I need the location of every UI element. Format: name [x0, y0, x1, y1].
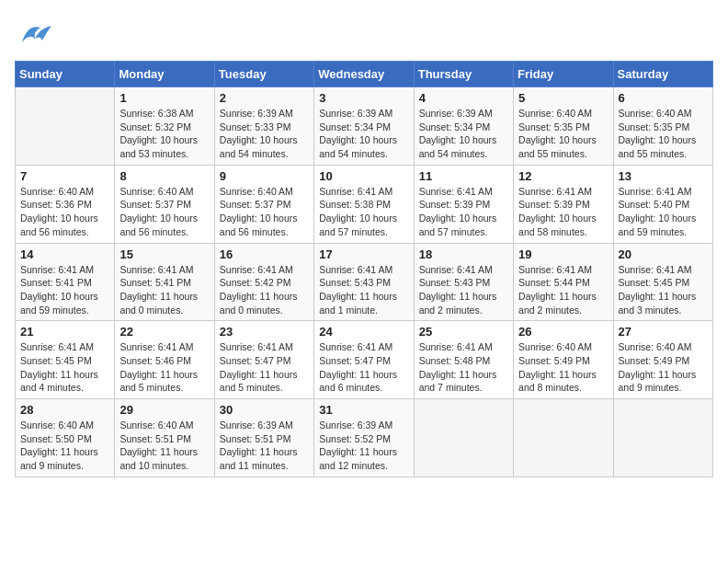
day-info: Sunrise: 6:39 AM Sunset: 5:34 PM Dayligh… — [319, 107, 408, 161]
day-info: Sunrise: 6:40 AM Sunset: 5:35 PM Dayligh… — [619, 107, 708, 161]
day-number: 25 — [419, 325, 508, 339]
day-info: Sunrise: 6:41 AM Sunset: 5:39 PM Dayligh… — [518, 185, 608, 239]
day-info: Sunrise: 6:41 AM Sunset: 5:47 PM Dayligh… — [220, 340, 309, 395]
calendar-week-3: 14Sunrise: 6:41 AM Sunset: 5:41 PM Dayli… — [16, 243, 713, 321]
day-info: Sunrise: 6:41 AM Sunset: 5:45 PM Dayligh… — [20, 340, 109, 395]
calendar-cell: 22Sunrise: 6:41 AM Sunset: 5:46 PM Dayli… — [115, 321, 214, 399]
day-number: 7 — [20, 169, 109, 183]
day-info: Sunrise: 6:41 AM Sunset: 5:39 PM Dayligh… — [419, 185, 508, 239]
calendar-cell: 31Sunrise: 6:39 AM Sunset: 5:52 PM Dayli… — [314, 399, 414, 477]
day-number: 24 — [319, 325, 408, 339]
day-info: Sunrise: 6:40 AM Sunset: 5:49 PM Dayligh… — [518, 340, 608, 395]
calendar-cell: 6Sunrise: 6:40 AM Sunset: 5:35 PM Daylig… — [613, 87, 712, 166]
calendar-cell — [613, 399, 712, 477]
calendar-cell: 2Sunrise: 6:39 AM Sunset: 5:33 PM Daylig… — [214, 87, 313, 166]
day-info: Sunrise: 6:40 AM Sunset: 5:36 PM Dayligh… — [20, 185, 109, 239]
calendar-cell: 5Sunrise: 6:40 AM Sunset: 5:35 PM Daylig… — [514, 87, 613, 166]
day-number: 6 — [619, 91, 708, 105]
day-number: 21 — [20, 325, 109, 339]
day-number: 26 — [518, 325, 608, 339]
day-info: Sunrise: 6:41 AM Sunset: 5:44 PM Dayligh… — [518, 263, 608, 317]
day-number: 8 — [119, 169, 209, 183]
day-number: 15 — [119, 247, 209, 261]
day-number: 17 — [319, 247, 408, 261]
calendar-cell: 26Sunrise: 6:40 AM Sunset: 5:49 PM Dayli… — [514, 321, 613, 399]
calendar-week-1: 1Sunrise: 6:38 AM Sunset: 5:32 PM Daylig… — [16, 87, 713, 166]
calendar-cell: 18Sunrise: 6:41 AM Sunset: 5:43 PM Dayli… — [414, 243, 513, 321]
calendar-cell: 28Sunrise: 6:40 AM Sunset: 5:50 PM Dayli… — [16, 399, 115, 477]
calendar-cell: 15Sunrise: 6:41 AM Sunset: 5:41 PM Dayli… — [115, 243, 214, 321]
calendar-cell: 1Sunrise: 6:38 AM Sunset: 5:32 PM Daylig… — [115, 87, 214, 166]
day-info: Sunrise: 6:41 AM Sunset: 5:41 PM Dayligh… — [20, 263, 109, 317]
calendar-cell: 10Sunrise: 6:41 AM Sunset: 5:38 PM Dayli… — [314, 165, 414, 243]
day-number: 30 — [220, 403, 309, 417]
day-number: 18 — [419, 247, 508, 261]
calendar-cell: 3Sunrise: 6:39 AM Sunset: 5:34 PM Daylig… — [314, 87, 414, 166]
calendar-cell: 13Sunrise: 6:41 AM Sunset: 5:40 PM Dayli… — [613, 165, 712, 243]
calendar-cell: 30Sunrise: 6:39 AM Sunset: 5:51 PM Dayli… — [214, 399, 313, 477]
day-info: Sunrise: 6:41 AM Sunset: 5:43 PM Dayligh… — [319, 263, 408, 317]
day-info: Sunrise: 6:41 AM Sunset: 5:46 PM Dayligh… — [119, 340, 209, 395]
day-number: 10 — [319, 169, 408, 183]
logo-icon — [15, 15, 55, 55]
calendar-cell: 11Sunrise: 6:41 AM Sunset: 5:39 PM Dayli… — [414, 165, 513, 243]
calendar-cell: 27Sunrise: 6:40 AM Sunset: 5:49 PM Dayli… — [613, 321, 712, 399]
calendar-header-monday: Monday — [115, 62, 214, 87]
day-number: 12 — [518, 169, 608, 183]
day-info: Sunrise: 6:40 AM Sunset: 5:35 PM Dayligh… — [518, 107, 608, 161]
day-info: Sunrise: 6:41 AM Sunset: 5:42 PM Dayligh… — [220, 263, 309, 317]
calendar-cell: 24Sunrise: 6:41 AM Sunset: 5:47 PM Dayli… — [314, 321, 414, 399]
calendar-week-4: 21Sunrise: 6:41 AM Sunset: 5:45 PM Dayli… — [16, 321, 713, 399]
calendar-cell: 21Sunrise: 6:41 AM Sunset: 5:45 PM Dayli… — [16, 321, 115, 399]
day-number: 3 — [319, 91, 408, 105]
day-number: 11 — [419, 169, 508, 183]
day-number: 16 — [220, 247, 309, 261]
calendar-header-thursday: Thursday — [414, 62, 513, 87]
calendar-header-wednesday: Wednesday — [314, 62, 414, 87]
day-info: Sunrise: 6:41 AM Sunset: 5:38 PM Dayligh… — [319, 185, 408, 239]
day-number: 9 — [220, 169, 309, 183]
calendar-cell — [514, 399, 613, 477]
calendar-cell: 7Sunrise: 6:40 AM Sunset: 5:36 PM Daylig… — [16, 165, 115, 243]
calendar-cell: 20Sunrise: 6:41 AM Sunset: 5:45 PM Dayli… — [613, 243, 712, 321]
day-number: 2 — [220, 91, 309, 105]
day-info: Sunrise: 6:40 AM Sunset: 5:37 PM Dayligh… — [119, 185, 209, 239]
day-number: 27 — [619, 325, 708, 339]
day-info: Sunrise: 6:41 AM Sunset: 5:40 PM Dayligh… — [619, 185, 708, 239]
calendar-table: SundayMondayTuesdayWednesdayThursdayFrid… — [15, 61, 713, 477]
calendar-week-2: 7Sunrise: 6:40 AM Sunset: 5:36 PM Daylig… — [16, 165, 713, 243]
calendar-cell — [414, 399, 513, 477]
day-number: 31 — [319, 403, 408, 417]
day-number: 19 — [518, 247, 608, 261]
calendar-cell: 29Sunrise: 6:40 AM Sunset: 5:51 PM Dayli… — [115, 399, 214, 477]
day-number: 5 — [518, 91, 608, 105]
day-number: 23 — [220, 325, 309, 339]
day-info: Sunrise: 6:41 AM Sunset: 5:41 PM Dayligh… — [119, 263, 209, 317]
day-info: Sunrise: 6:40 AM Sunset: 5:51 PM Dayligh… — [119, 419, 209, 473]
day-info: Sunrise: 6:41 AM Sunset: 5:43 PM Dayligh… — [419, 263, 508, 317]
calendar-cell: 17Sunrise: 6:41 AM Sunset: 5:43 PM Dayli… — [314, 243, 414, 321]
calendar-cell: 23Sunrise: 6:41 AM Sunset: 5:47 PM Dayli… — [214, 321, 313, 399]
day-number: 29 — [119, 403, 209, 417]
day-number: 22 — [119, 325, 209, 339]
day-info: Sunrise: 6:40 AM Sunset: 5:49 PM Dayligh… — [619, 340, 708, 395]
calendar-week-5: 28Sunrise: 6:40 AM Sunset: 5:50 PM Dayli… — [16, 399, 713, 477]
calendar-header-row: SundayMondayTuesdayWednesdayThursdayFrid… — [16, 62, 713, 87]
day-number: 14 — [20, 247, 109, 261]
calendar-header-tuesday: Tuesday — [214, 62, 313, 87]
page-header — [15, 15, 713, 55]
day-info: Sunrise: 6:39 AM Sunset: 5:34 PM Dayligh… — [419, 107, 508, 161]
calendar-cell: 25Sunrise: 6:41 AM Sunset: 5:48 PM Dayli… — [414, 321, 513, 399]
day-number: 13 — [619, 169, 708, 183]
day-info: Sunrise: 6:40 AM Sunset: 5:37 PM Dayligh… — [220, 185, 309, 239]
calendar-header-saturday: Saturday — [613, 62, 712, 87]
day-number: 28 — [20, 403, 109, 417]
day-info: Sunrise: 6:39 AM Sunset: 5:52 PM Dayligh… — [319, 419, 408, 473]
day-info: Sunrise: 6:40 AM Sunset: 5:50 PM Dayligh… — [20, 419, 109, 473]
day-number: 1 — [119, 91, 209, 105]
calendar-cell: 4Sunrise: 6:39 AM Sunset: 5:34 PM Daylig… — [414, 87, 513, 166]
calendar-header-friday: Friday — [514, 62, 613, 87]
day-info: Sunrise: 6:41 AM Sunset: 5:47 PM Dayligh… — [319, 340, 408, 395]
day-info: Sunrise: 6:41 AM Sunset: 5:45 PM Dayligh… — [619, 263, 708, 317]
calendar-cell: 14Sunrise: 6:41 AM Sunset: 5:41 PM Dayli… — [16, 243, 115, 321]
